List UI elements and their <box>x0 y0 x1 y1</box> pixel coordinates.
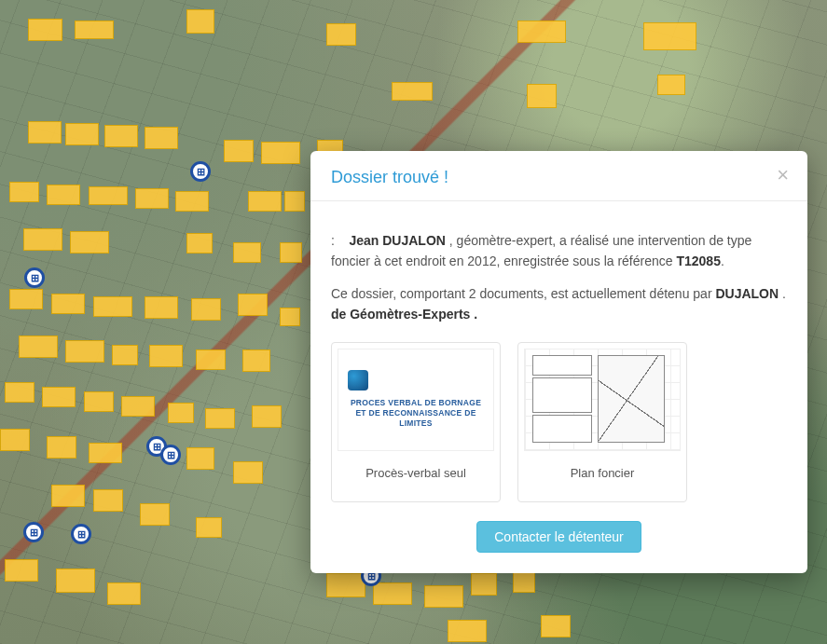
parcel[interactable] <box>513 570 535 593</box>
doc-thumb-plan <box>524 349 681 451</box>
parcel[interactable] <box>471 573 497 596</box>
close-button[interactable]: × <box>771 164 794 186</box>
parcel[interactable] <box>541 615 571 637</box>
parcel[interactable] <box>527 84 557 108</box>
parcel[interactable] <box>51 294 85 314</box>
parcel[interactable] <box>140 503 170 526</box>
parcel[interactable] <box>5 559 38 582</box>
parcel[interactable] <box>42 387 76 407</box>
parcel[interactable] <box>9 289 43 309</box>
dossier-marker-icon[interactable] <box>190 161 211 182</box>
parcel[interactable] <box>448 620 487 642</box>
parcel[interactable] <box>657 75 685 95</box>
parcel[interactable] <box>0 429 30 451</box>
parcel[interactable] <box>326 573 365 597</box>
parcel[interactable] <box>175 191 209 212</box>
parcel[interactable] <box>242 349 270 372</box>
parcel[interactable] <box>93 489 123 512</box>
contact-holder-button[interactable]: Contacter le détenteur <box>476 521 641 553</box>
parcel[interactable] <box>643 22 696 50</box>
parcel[interactable] <box>284 191 305 212</box>
parcel[interactable] <box>51 485 85 507</box>
holder-name: DUJALON <box>715 286 779 301</box>
documents-row: PROCES VERBAL DE BORNAGE ET DE RECONNAIS… <box>331 342 787 502</box>
line2-mid: . <box>782 286 786 301</box>
parcel[interactable] <box>28 19 62 41</box>
parcel[interactable] <box>186 447 214 470</box>
dossier-modal: Dossier trouvé ! × : Jean DUJALON , géom… <box>310 151 807 573</box>
parcel[interactable] <box>107 582 141 605</box>
dossier-marker-icon[interactable] <box>71 524 91 544</box>
modal-title: Dossier trouvé ! <box>331 168 448 186</box>
pv-thumb-title: PROCES VERBAL DE BORNAGE ET DE RECONNAIS… <box>344 398 488 429</box>
parcel[interactable] <box>93 296 132 317</box>
parcel[interactable] <box>47 436 76 459</box>
parcel[interactable] <box>75 21 114 39</box>
parcel[interactable] <box>104 125 138 147</box>
parcel[interactable] <box>205 408 235 429</box>
surveyor-name: Jean DUJALON <box>349 233 445 248</box>
dossier-ref: T12085 <box>676 253 720 268</box>
parcel[interactable] <box>145 296 178 319</box>
dossier-marker-icon[interactable] <box>23 522 44 542</box>
dossier-marker-icon[interactable] <box>24 267 45 288</box>
line1-after: . <box>721 253 724 268</box>
parcel[interactable] <box>392 82 433 101</box>
parcel[interactable] <box>233 242 261 263</box>
parcel[interactable] <box>233 461 263 484</box>
parcel[interactable] <box>89 186 128 205</box>
parcel[interactable] <box>261 142 300 164</box>
holder-group: de Géomètres-Experts . <box>331 307 477 322</box>
prefix-colon: : <box>331 233 346 248</box>
parcel[interactable] <box>145 127 178 149</box>
doc-caption-plan: Plan foncier <box>524 464 681 483</box>
ge-logo-icon <box>348 370 368 391</box>
modal-footer: Contacter le détenteur <box>310 508 807 573</box>
dossier-marker-icon[interactable] <box>160 445 181 465</box>
dossier-line2: Ce dossier, comportant 2 documents, est … <box>331 284 787 324</box>
parcel[interactable] <box>238 294 268 316</box>
parcel[interactable] <box>224 140 254 162</box>
parcel[interactable] <box>89 443 122 463</box>
parcel[interactable] <box>196 349 226 370</box>
modal-body: : Jean DUJALON , géomètre-expert, a réal… <box>310 201 807 508</box>
doc-caption-pv: Procès-verbal seul <box>338 464 494 483</box>
parcel[interactable] <box>70 231 109 253</box>
parcel[interactable] <box>19 336 58 358</box>
parcel[interactable] <box>424 585 463 608</box>
parcel[interactable] <box>56 569 95 593</box>
dossier-line1: : Jean DUJALON , géomètre-expert, a réal… <box>331 231 787 271</box>
parcel[interactable] <box>196 517 222 538</box>
parcel[interactable] <box>186 233 213 253</box>
parcel[interactable] <box>252 405 282 428</box>
parcel[interactable] <box>191 298 221 321</box>
parcel[interactable] <box>84 391 114 412</box>
doc-thumb-pv: PROCES VERBAL DE BORNAGE ET DE RECONNAIS… <box>338 349 494 451</box>
parcel[interactable] <box>326 23 356 46</box>
modal-header: Dossier trouvé ! × <box>310 151 807 201</box>
line2-before: Ce dossier, comportant 2 documents, est … <box>331 286 715 301</box>
parcel[interactable] <box>373 582 412 605</box>
document-card-plan[interactable]: Plan foncier <box>517 342 687 502</box>
parcel[interactable] <box>280 308 300 326</box>
parcel[interactable] <box>149 345 183 367</box>
parcel[interactable] <box>135 188 169 209</box>
parcel[interactable] <box>186 9 214 34</box>
parcel[interactable] <box>28 121 62 144</box>
parcel[interactable] <box>121 396 155 417</box>
parcel[interactable] <box>5 382 34 403</box>
parcel[interactable] <box>517 21 566 43</box>
parcel[interactable] <box>9 182 39 202</box>
parcel[interactable] <box>168 403 194 423</box>
parcel[interactable] <box>47 185 80 205</box>
parcel[interactable] <box>280 242 302 263</box>
parcel[interactable] <box>248 191 282 212</box>
parcel[interactable] <box>23 228 62 251</box>
document-card-pv[interactable]: PROCES VERBAL DE BORNAGE ET DE RECONNAIS… <box>331 342 501 502</box>
parcel[interactable] <box>65 340 104 363</box>
parcel[interactable] <box>65 123 99 145</box>
parcel[interactable] <box>112 345 138 365</box>
